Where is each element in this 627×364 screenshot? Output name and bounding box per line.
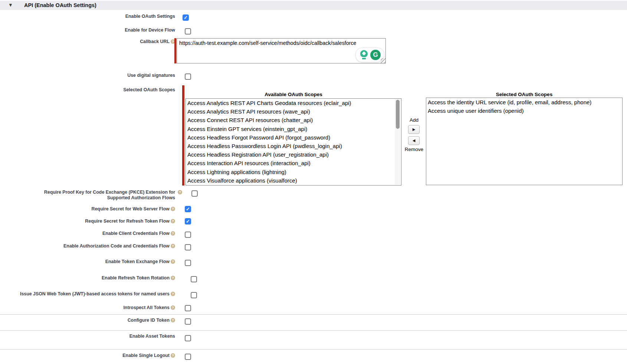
selected-scope-option[interactable]: Access unique user identifiers (openid) xyxy=(426,106,622,115)
help-icon[interactable]: ? xyxy=(171,231,175,236)
enable-auth-code-credentials-checkbox[interactable] xyxy=(185,244,191,250)
section-header-api[interactable]: ▼ API (Enable OAuth Settings) xyxy=(0,1,627,10)
enable-refresh-token-rotation-checkbox[interactable] xyxy=(191,276,197,282)
configure-id-token-checkbox[interactable] xyxy=(185,318,191,325)
enable-single-logout-checkbox[interactable] xyxy=(185,354,191,360)
help-icon[interactable]: ? xyxy=(171,259,175,264)
required-field-bar xyxy=(182,85,184,186)
available-scope-option[interactable]: Access Headless Passwordless Login API (… xyxy=(186,142,395,150)
required-field-bar xyxy=(174,38,176,63)
introspect-all-tokens-label: Introspect All Tokens? xyxy=(0,305,175,311)
available-scope-option[interactable]: Access Einstein GPT services (einstein_g… xyxy=(186,125,395,133)
require-secret-refresh-token-checkbox[interactable] xyxy=(185,218,191,224)
listbox-scrollbar-thumb[interactable] xyxy=(396,100,400,129)
help-icon[interactable]: ? xyxy=(171,292,175,296)
enable-client-credentials-label: Enable Client Credentials Flow? xyxy=(0,231,175,236)
grammarly-icon[interactable]: G xyxy=(370,50,381,60)
help-icon[interactable]: ? xyxy=(171,276,175,280)
enable-auth-code-credentials-label: Enable Authorization Code and Credential… xyxy=(0,243,175,249)
enable-asset-tokens-checkbox[interactable] xyxy=(185,335,191,341)
issue-jwt-tokens-label: Issue JSON Web Token (JWT)-based access … xyxy=(0,291,175,297)
enable-refresh-token-rotation-label: Enable Refresh Token Rotation? xyxy=(0,275,175,281)
available-scope-option[interactable]: Access Lightning applications (lightning… xyxy=(186,168,395,176)
require-secret-web-server-label: Require Secret for Web Server Flow? xyxy=(0,206,175,212)
selected-scopes-listbox[interactable]: Access the identity URL service (id, pro… xyxy=(426,98,623,185)
enable-client-credentials-checkbox[interactable] xyxy=(185,232,191,238)
require-secret-web-server-checkbox[interactable] xyxy=(185,206,191,212)
add-label: Add xyxy=(401,117,427,123)
add-scope-button[interactable]: ▶ xyxy=(408,125,420,134)
require-secret-refresh-token-label: Require Secret for Refresh Token Flow? xyxy=(0,219,175,224)
available-scope-option[interactable]: Access Analytics REST API resources (wav… xyxy=(186,107,395,116)
available-scopes-header: Available OAuth Scopes xyxy=(186,92,401,97)
enable-oauth-settings-label: Enable OAuth Settings xyxy=(0,14,175,19)
use-digital-signatures-label: Use digital signatures xyxy=(0,73,175,78)
available-scope-option[interactable]: Access Analytics REST API Charts Geodata… xyxy=(186,99,395,107)
remove-label: Remove xyxy=(401,147,427,152)
lightbulb-suggestion-icon[interactable] xyxy=(359,50,369,60)
textarea-resize-handle[interactable] xyxy=(381,58,385,63)
browser-extension-overlay: G xyxy=(355,47,384,62)
issue-jwt-tokens-checkbox[interactable] xyxy=(191,292,197,298)
enable-asset-tokens-label: Enable Asset Tokens xyxy=(0,334,175,339)
help-icon[interactable]: ? xyxy=(171,244,175,248)
help-icon[interactable]: ? xyxy=(178,190,182,194)
selected-scopes-header: Selected OAuth Scopes xyxy=(426,92,623,97)
available-scope-option[interactable]: Access Interaction API resources (intera… xyxy=(186,159,395,167)
available-scopes-listbox[interactable]: Access Analytics REST API Charts Geodata… xyxy=(186,98,401,186)
enable-device-flow-checkbox[interactable] xyxy=(185,28,191,35)
row-divider xyxy=(0,314,627,315)
help-icon[interactable]: ? xyxy=(171,353,175,358)
available-scope-option[interactable]: Access Connect REST API resources (chatt… xyxy=(186,116,395,124)
selected-scope-option[interactable]: Access the identity URL service (id, pro… xyxy=(426,98,622,106)
callback-url-textarea[interactable]: https://auth-test.example.com/self-servi… xyxy=(177,38,386,63)
configure-id-token-label: Configure ID Token? xyxy=(0,318,175,323)
available-scope-option[interactable]: Access Headless Registration API (user_r… xyxy=(186,150,395,159)
use-digital-signatures-checkbox[interactable] xyxy=(185,73,191,80)
oauth-settings-page: ▼ API (Enable OAuth Settings) Enable OAu… xyxy=(0,0,627,364)
require-pkce-label: Require Proof Key for Code Exchange (PKC… xyxy=(27,190,175,201)
enable-oauth-settings-checkbox[interactable] xyxy=(183,14,189,21)
require-pkce-checkbox[interactable] xyxy=(191,190,198,197)
help-icon[interactable]: ? xyxy=(171,318,175,322)
available-scope-option[interactable]: Access Headless Forgot Password API (for… xyxy=(186,133,395,142)
introspect-all-tokens-checkbox[interactable] xyxy=(185,305,191,311)
enable-single-logout-label: Enable Single Logout? xyxy=(0,353,175,358)
help-icon[interactable]: ? xyxy=(171,207,175,211)
collapse-triangle-icon[interactable]: ▼ xyxy=(8,2,13,8)
help-icon[interactable]: ? xyxy=(171,305,175,310)
row-divider xyxy=(0,330,627,331)
enable-token-exchange-checkbox[interactable] xyxy=(185,260,191,266)
remove-scope-button[interactable]: ◀ xyxy=(408,136,420,145)
help-icon[interactable]: ? xyxy=(171,219,175,223)
row-divider xyxy=(0,349,627,350)
enable-device-flow-label: Enable for Device Flow xyxy=(0,27,175,33)
enable-token-exchange-label: Enable Token Exchange Flow? xyxy=(0,259,175,265)
selected-oauth-scopes-label: Selected OAuth Scopes xyxy=(0,87,175,93)
available-scope-option[interactable]: Access Visualforce applications (visualf… xyxy=(186,176,395,185)
section-title: API (Enable OAuth Settings) xyxy=(24,2,96,8)
callback-url-label: Callback URL? xyxy=(0,39,175,45)
